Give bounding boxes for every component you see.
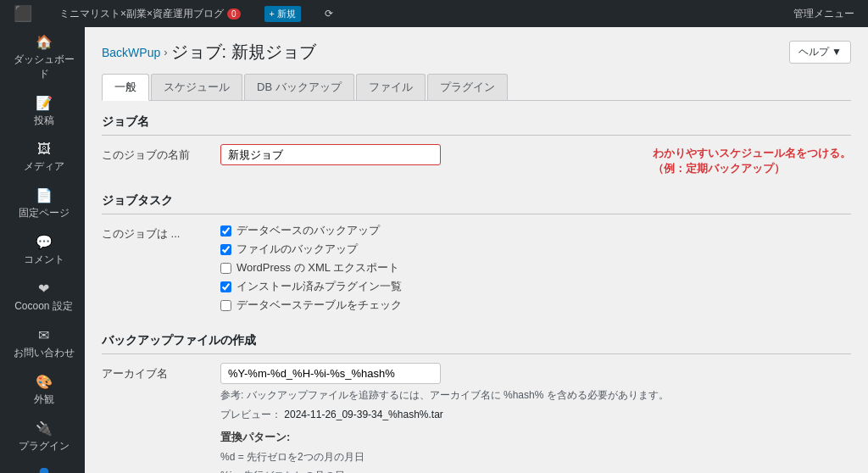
checkbox-db-backup: データベースのバックアップ — [220, 223, 851, 238]
sidebar-item-cocoon-label: Cocoon 設定 — [14, 299, 73, 314]
wp-logo-icon: ⬛ — [14, 4, 32, 23]
checkbox-db-backup-label: データベースのバックアップ — [236, 223, 380, 238]
checkbox-xml-export-input[interactable] — [220, 263, 231, 274]
archive-input[interactable] — [220, 363, 441, 384]
contact-icon: ✉ — [38, 327, 49, 343]
job-task-label: このジョブは ... — [102, 223, 220, 242]
checkbox-file-backup: ファイルのバックアップ — [220, 242, 851, 257]
dashboard-icon: 🏠 — [36, 34, 53, 50]
sidebar-item-dashboard-label: ダッシュボード — [11, 53, 76, 81]
breadcrumb: BackWPup › ジョブ: 新規ジョブ — [102, 41, 316, 64]
sidebar-item-plugins-label: プラグイン — [19, 439, 70, 454]
archive-section-title: バックアップファイルの作成 — [102, 333, 851, 354]
new-post-button[interactable]: + 新規 — [258, 0, 308, 27]
site-name-label: ミニマリスト×副業×資産運用ブログ — [59, 7, 224, 21]
breadcrumb-separator: › — [164, 46, 167, 58]
archive-control: 参考: バックアップファイルを追跡するには、アーカイブ名に %hash% を含め… — [220, 363, 851, 473]
job-name-section: ジョブ名 このジョブの名前 わかりやすいスケジュール名をつける。 （例：定期バッ… — [102, 114, 851, 176]
job-name-note-line1: わかりやすいスケジュール名をつける。 — [653, 146, 851, 161]
wp-logo-button[interactable]: ⬛ — [7, 0, 42, 27]
admin-menu-label: 管理メニュー — [793, 7, 854, 21]
checkbox-db-backup-input[interactable] — [220, 225, 231, 236]
sidebar-item-dashboard[interactable]: 🏠 ダッシュボード — [0, 27, 85, 88]
sidebar-item-plugins[interactable]: 🔌 プラグイン — [0, 414, 85, 460]
job-name-control — [220, 144, 639, 165]
sidebar-item-cocoon[interactable]: ❤ Cocoon 設定 — [0, 274, 85, 320]
admin-menu-button[interactable]: 管理メニュー — [787, 0, 861, 27]
sidebar-item-pages[interactable]: 📄 固定ページ — [0, 181, 85, 227]
job-task-section-title: ジョブタスク — [102, 193, 851, 214]
sidebar-item-comments-label: コメント — [24, 253, 64, 267]
cocoon-icon: ❤ — [38, 281, 49, 297]
sidebar-item-comments[interactable]: 💬 コメント — [0, 227, 85, 274]
main-layout: 🏠 ダッシュボード 📝 投稿 🖼 メディア 📄 固定ページ 💬 コメント ❤ C… — [0, 27, 868, 473]
users-icon: 👤 — [36, 467, 53, 473]
sidebar-item-appearance-label: 外観 — [34, 392, 54, 407]
sidebar-item-posts[interactable]: 📝 投稿 — [0, 88, 85, 135]
tab-files[interactable]: ファイル — [356, 74, 426, 100]
checkbox-file-backup-input[interactable] — [220, 244, 231, 255]
plugins-icon: 🔌 — [36, 420, 53, 437]
pattern-item-0: %d = 先行ゼロを2つの月の月日 — [220, 448, 851, 467]
checkbox-db-check-label: データベーステーブルをチェック — [236, 298, 402, 313]
sidebar: 🏠 ダッシュボード 📝 投稿 🖼 メディア 📄 固定ページ 💬 コメント ❤ C… — [0, 27, 85, 473]
site-name-button[interactable]: ミニマリスト×副業×資産運用ブログ 0 — [53, 0, 248, 27]
pattern-item-1: %i = 先行ゼロなしの月の日 — [220, 467, 851, 473]
archive-preview: プレビュー： 2024-11-26_09-39-34_%hash%.tar — [220, 407, 851, 423]
pattern-section: 置換パターン: %d = 先行ゼロを2つの月の月日 %i = 先行ゼロなしの月の… — [220, 430, 851, 473]
page-title: ジョブ: 新規ジョブ — [171, 41, 316, 64]
checkbox-file-backup-label: ファイルのバックアップ — [236, 242, 358, 257]
tabs-bar: 一般 スケジュール DB バックアップ ファイル プラグイン — [102, 74, 851, 101]
sidebar-item-posts-label: 投稿 — [34, 114, 54, 128]
checkbox-plugins-list-input[interactable] — [220, 281, 231, 292]
pages-icon: 📄 — [36, 187, 53, 203]
tab-plugins[interactable]: プラグイン — [427, 74, 508, 100]
job-name-label: このジョブの名前 — [102, 144, 220, 163]
sidebar-item-media-label: メディア — [24, 159, 64, 174]
main-content: BackWPup › ジョブ: 新規ジョブ ヘルプ ▼ 一般 スケジュール DB… — [85, 27, 868, 473]
job-name-note-line2: （例：定期バックアップ） — [653, 161, 851, 176]
checkbox-db-check: データベーステーブルをチェック — [220, 298, 851, 313]
archive-note1: 参考: バックアップファイルを追跡するには、アーカイブ名に %hash% を含め… — [220, 387, 851, 403]
tab-dbbackup[interactable]: DB バックアップ — [244, 74, 354, 100]
admin-bar: ⬛ ミニマリスト×副業×資産運用ブログ 0 + 新規 ⟳ 管理メニュー — [0, 0, 868, 27]
archive-label: アーカイブ名 — [102, 363, 220, 381]
checkbox-plugins-list: インストール済みプラグイン一覧 — [220, 279, 851, 294]
media-icon: 🖼 — [37, 142, 51, 157]
help-button[interactable]: ヘルプ ▼ — [789, 41, 851, 64]
posts-icon: 📝 — [36, 95, 53, 111]
checkbox-plugins-list-label: インストール済みプラグイン一覧 — [236, 279, 402, 294]
sidebar-item-users[interactable]: 👤 ユーザー — [0, 460, 85, 473]
job-task-checkboxes: データベースのバックアップ ファイルのバックアップ WordPress の XM… — [220, 223, 851, 316]
checkbox-xml-export-label: WordPress の XML エクスポート — [236, 260, 399, 275]
job-name-note: わかりやすいスケジュール名をつける。 （例：定期バックアップ） — [653, 144, 851, 176]
tab-general[interactable]: 一般 — [102, 74, 149, 101]
sidebar-item-contact-label: お問い合わせ — [14, 346, 75, 360]
tab-schedule[interactable]: スケジュール — [151, 74, 242, 100]
spinner-icon: ⟳ — [318, 0, 340, 27]
sidebar-item-appearance[interactable]: 🎨 外観 — [0, 367, 85, 414]
pattern-title: 置換パターン: — [220, 430, 851, 445]
sidebar-item-pages-label: 固定ページ — [19, 206, 70, 220]
new-post-label: + 新規 — [264, 6, 301, 22]
archive-preview-value: 2024-11-26_09-39-34_%hash%.tar — [284, 409, 442, 420]
checkbox-db-check-input[interactable] — [220, 300, 231, 311]
sidebar-item-contact[interactable]: ✉ お問い合わせ — [0, 320, 85, 367]
appearance-icon: 🎨 — [36, 374, 53, 390]
archive-row: アーカイブ名 参考: バックアップファイルを追跡するには、アーカイブ名に %ha… — [102, 363, 851, 473]
archive-preview-label: プレビュー： — [220, 409, 281, 420]
job-task-section: ジョブタスク このジョブは ... データベースのバックアップ ファイルのバック… — [102, 193, 851, 316]
comments-icon: 💬 — [36, 234, 53, 250]
sidebar-item-media[interactable]: 🖼 メディア — [0, 135, 85, 181]
page-header: BackWPup › ジョブ: 新規ジョブ ヘルプ ▼ — [102, 41, 851, 64]
job-name-section-title: ジョブ名 — [102, 114, 851, 136]
comments-badge: 0 — [227, 8, 241, 19]
job-name-input[interactable] — [220, 144, 441, 165]
checkbox-xml-export: WordPress の XML エクスポート — [220, 260, 851, 275]
archive-section: バックアップファイルの作成 アーカイブ名 参考: バックアップファイルを追跡する… — [102, 333, 851, 473]
breadcrumb-parent[interactable]: BackWPup — [102, 46, 160, 59]
job-name-row: このジョブの名前 わかりやすいスケジュール名をつける。 （例：定期バックアップ） — [102, 144, 851, 176]
job-task-row: このジョブは ... データベースのバックアップ ファイルのバックアップ Wor… — [102, 223, 851, 316]
